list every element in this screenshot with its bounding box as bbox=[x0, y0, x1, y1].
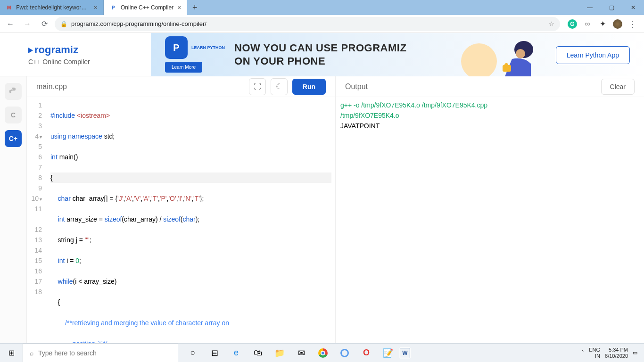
taskview-icon[interactable]: ⊟ bbox=[205, 344, 224, 362]
maximize-button[interactable]: ▢ bbox=[601, 0, 622, 15]
tray-up-icon[interactable]: ˄ bbox=[581, 350, 584, 356]
tab-programiz[interactable]: P Online C++ Compiler × bbox=[104, 0, 187, 15]
forward-button[interactable]: → bbox=[21, 17, 34, 31]
fold-icon[interactable]: ▾ bbox=[40, 197, 42, 202]
url-input[interactable]: 🔒 programiz.com/cpp-programming/online-c… bbox=[55, 17, 560, 31]
url-text: programiz.com/cpp-programming/online-com… bbox=[71, 20, 206, 27]
tab-gmail[interactable]: M Fwd: techiedelight keywords list - × bbox=[0, 0, 104, 15]
play-icon bbox=[28, 48, 33, 53]
chrome-menu-icon[interactable]: ⋮ bbox=[628, 19, 636, 29]
star-icon[interactable]: ☆ bbox=[549, 20, 554, 27]
promo-badge-block: P LEARN PYTHON Learn More bbox=[165, 36, 225, 73]
explorer-icon[interactable]: 📁 bbox=[270, 344, 289, 362]
output-title: Output bbox=[345, 82, 368, 91]
close-icon[interactable]: × bbox=[177, 4, 181, 11]
programiz-logo[interactable]: rogramiz bbox=[28, 44, 151, 56]
fold-icon[interactable]: ▾ bbox=[40, 134, 42, 140]
sidebar-item-c[interactable]: C bbox=[5, 107, 22, 123]
profile-avatar[interactable] bbox=[613, 19, 622, 29]
output-result: JAVATPOINT bbox=[340, 122, 380, 130]
mail-icon[interactable]: ✉ bbox=[291, 344, 311, 362]
clock[interactable]: 5:34 PM 8/10/2020 bbox=[605, 347, 628, 359]
code-area[interactable]: #include <iostream> using namespace std;… bbox=[47, 97, 335, 343]
lock-icon: 🔒 bbox=[60, 21, 67, 27]
page-subtitle: C++ Online Compiler bbox=[28, 58, 151, 66]
fullscreen-button[interactable]: ⛶ bbox=[249, 78, 266, 95]
notepad-icon[interactable]: 📝 bbox=[378, 344, 398, 362]
opera-icon[interactable]: O bbox=[356, 344, 376, 362]
svg-point-5 bbox=[11, 88, 12, 89]
new-tab-button[interactable]: + bbox=[187, 3, 202, 13]
sidebar-item-python[interactable] bbox=[5, 83, 22, 100]
gmail-icon: M bbox=[6, 4, 12, 11]
editor-header: main.cpp ⛶ ☾ Run bbox=[27, 76, 335, 97]
output-command: g++ -o /tmp/9fXO7E95K4.o /tmp/9fXO7E95K4… bbox=[340, 101, 487, 109]
address-bar: ← → ⟳ 🔒 programiz.com/cpp-programming/on… bbox=[0, 15, 644, 33]
editor-pane: main.cpp ⛶ ☾ Run 1 2 3 4▾ 5 6 7 8 9 10▾ bbox=[27, 76, 336, 343]
promo-banner: P LEARN PYTHON Learn More NOW YOU CAN US… bbox=[151, 33, 644, 76]
chrome-icon[interactable] bbox=[313, 344, 333, 362]
promo-learn-label: LEARN PYTHON bbox=[191, 45, 225, 50]
taskbar-apps: ○ ⊟ e 🛍 📁 ✉ O 📝 W bbox=[183, 344, 410, 362]
grammarly-icon[interactable]: G bbox=[568, 19, 577, 29]
promo-badge-icon: P bbox=[165, 36, 188, 59]
close-window-button[interactable]: ✕ bbox=[622, 0, 644, 15]
system-tray: ˄ ENG IN 5:34 PM 8/10/2020 ▭ bbox=[575, 347, 644, 359]
clear-button[interactable]: Clear bbox=[601, 79, 635, 95]
sidebar-item-cpp[interactable]: C+ bbox=[5, 130, 22, 147]
run-button[interactable]: Run bbox=[292, 79, 326, 95]
start-button[interactable]: ⊞ bbox=[0, 344, 23, 362]
learn-python-app-button[interactable]: Learn Python App bbox=[556, 46, 630, 64]
code-editor[interactable]: 1 2 3 4▾ 5 6 7 8 9 10▾ 11 12 13 14 15 1 bbox=[27, 97, 335, 343]
filename-label: main.cpp bbox=[36, 82, 67, 91]
word-icon[interactable]: W bbox=[400, 348, 410, 358]
site-header: rogramiz C++ Online Compiler P LEARN PYT… bbox=[0, 33, 644, 76]
taskbar-search[interactable]: ⌕ Type here to search bbox=[23, 344, 178, 362]
language-indicator[interactable]: ENG IN bbox=[589, 347, 600, 359]
search-placeholder: Type here to search bbox=[38, 349, 97, 357]
close-icon[interactable]: × bbox=[94, 4, 98, 11]
window-controls: — ▢ ✕ bbox=[579, 0, 644, 15]
output-body[interactable]: g++ -o /tmp/9fXO7E95K4.o /tmp/9fXO7E95K4… bbox=[336, 97, 644, 343]
programiz-icon: P bbox=[109, 4, 117, 11]
windows-taskbar: ⊞ ⌕ Type here to search ○ ⊟ e 🛍 📁 ✉ O 📝 … bbox=[0, 343, 644, 362]
output-header: Output Clear bbox=[336, 76, 644, 97]
logo-block: rogramiz C++ Online Compiler bbox=[0, 44, 151, 66]
promo-illustration bbox=[451, 33, 545, 76]
notifications-icon[interactable]: ▭ bbox=[633, 350, 637, 356]
search-icon: ⌕ bbox=[30, 349, 33, 357]
store-icon[interactable]: 🛍 bbox=[248, 344, 268, 362]
cortana-icon[interactable]: ○ bbox=[183, 344, 203, 362]
output-pane: Output Clear g++ -o /tmp/9fXO7E95K4.o /t… bbox=[336, 76, 644, 343]
theme-toggle-button[interactable]: ☾ bbox=[271, 78, 288, 95]
promo-learn-more-button[interactable]: Learn More bbox=[165, 62, 202, 73]
browser-titlebar: M Fwd: techiedelight keywords list - × P… bbox=[0, 0, 644, 15]
chromium-icon[interactable] bbox=[335, 344, 355, 362]
language-sidebar: C C+ bbox=[0, 76, 27, 343]
svg-point-0 bbox=[461, 43, 497, 76]
extensions-area: G ∞ ✦ ⋮ bbox=[564, 19, 640, 29]
tab-title: Fwd: techiedelight keywords list - bbox=[16, 4, 90, 11]
svg-point-4 bbox=[504, 63, 508, 67]
workspace: C C+ main.cpp ⛶ ☾ Run 1 2 3 4▾ 5 6 7 bbox=[0, 76, 644, 343]
cloud-icon[interactable]: ∞ bbox=[583, 19, 592, 29]
panes: main.cpp ⛶ ☾ Run 1 2 3 4▾ 5 6 7 8 9 10▾ bbox=[27, 76, 644, 343]
back-button[interactable]: ← bbox=[4, 17, 17, 31]
reload-button[interactable]: ⟳ bbox=[38, 17, 51, 31]
ie-icon[interactable]: e bbox=[226, 344, 246, 362]
extensions-icon[interactable]: ✦ bbox=[598, 19, 607, 29]
minimize-button[interactable]: — bbox=[579, 0, 601, 15]
promo-title: NOW YOU CAN USE PROGRAMIZ ON YOUR PHONE bbox=[234, 41, 406, 67]
output-command: /tmp/9fXO7E95K4.o bbox=[340, 112, 399, 119]
tab-title: Online C++ Compiler bbox=[121, 4, 173, 11]
line-gutter: 1 2 3 4▾ 5 6 7 8 9 10▾ 11 12 13 14 15 1 bbox=[27, 97, 47, 343]
svg-point-2 bbox=[516, 49, 525, 58]
